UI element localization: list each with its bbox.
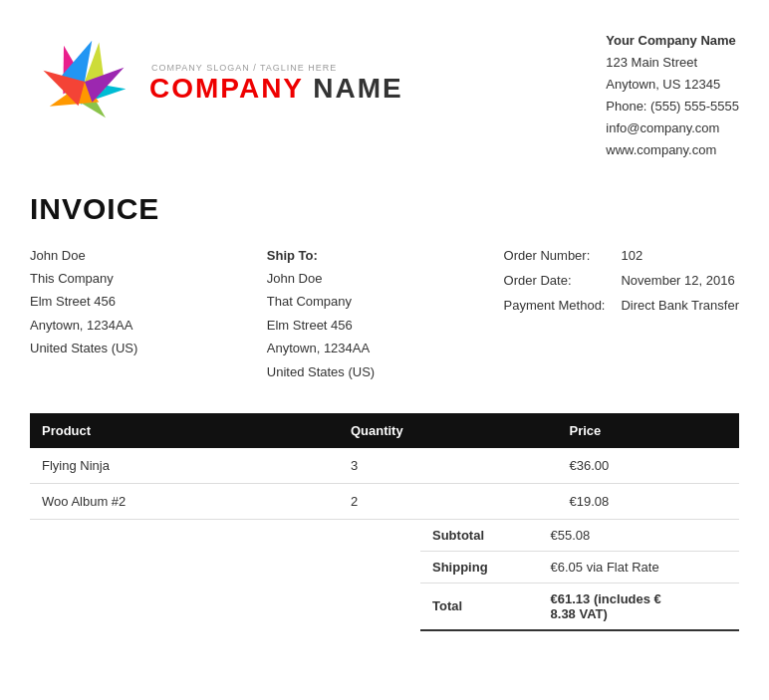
col-header-price: Price	[558, 413, 739, 448]
bill-to-line-5: United States (US)	[30, 337, 137, 359]
bill-to-line-4: Anytown, 1234AA	[30, 314, 137, 337]
subtotal-value: €55.08	[539, 520, 739, 552]
total-label: Total	[420, 583, 539, 630]
payment-method-value: Direct Bank Transfer	[621, 294, 739, 317]
company-name-name: NAME	[304, 73, 403, 104]
col-header-product: Product	[30, 413, 339, 448]
product-name: Flying Ninja	[30, 448, 339, 484]
total-row: Total €61.13 (includes €8.38 VAT)	[420, 583, 739, 630]
company-info-email: info@company.com	[606, 117, 739, 139]
table-header-row: Product Quantity Price	[30, 413, 739, 448]
totals-table: Subtotal €55.08 Shipping €6.05 via Flat …	[420, 520, 739, 631]
subtotal-row: Subtotal €55.08	[420, 520, 739, 552]
shipping-row: Shipping €6.05 via Flat Rate	[420, 551, 739, 583]
company-slogan: COMPANY SLOGAN / TAGLINE HERE	[151, 63, 403, 73]
col-header-quantity: Quantity	[339, 413, 558, 448]
invoice-header: COMPANY SLOGAN / TAGLINE HERE COMPANY NA…	[30, 30, 739, 162]
product-quantity: 3	[339, 448, 558, 484]
company-info: Your Company Name 123 Main Street Anytow…	[606, 30, 739, 162]
product-price: €19.08	[558, 483, 739, 519]
company-info-name: Your Company Name	[606, 30, 739, 52]
payment-method-label: Payment Method:	[504, 294, 606, 317]
table-row: Flying Ninja 3 €36.00	[30, 448, 739, 484]
bill-to: John Doe This Company Elm Street 456 Any…	[30, 244, 137, 383]
product-name: Woo Album #2	[30, 483, 339, 519]
ship-to-line-4: Anytown, 1234AA	[267, 337, 375, 359]
subtotal-label: Subtotal	[420, 520, 539, 552]
company-name-company: COMPANY	[149, 73, 304, 104]
company-info-phone: Phone: (555) 555-5555	[606, 96, 739, 117]
order-info-table: Order Number: 102 Order Date: November 1…	[504, 244, 739, 318]
ship-to-line-3: Elm Street 456	[267, 314, 375, 337]
ship-to-line-1: John Doe	[267, 267, 375, 290]
company-info-website: www.company.com	[606, 139, 739, 161]
company-name-text: COMPANY NAME	[149, 73, 403, 105]
details-section: John Doe This Company Elm Street 456 Any…	[30, 244, 739, 383]
ship-to-line-5: United States (US)	[267, 360, 375, 383]
order-number-label: Order Number:	[504, 244, 606, 267]
ship-to-line-2: That Company	[267, 290, 375, 313]
order-number-value: 102	[621, 244, 739, 267]
company-info-city: Anytown, US 12345	[606, 74, 739, 96]
totals-section: Subtotal €55.08 Shipping €6.05 via Flat …	[30, 520, 739, 631]
ship-to-label: Ship To:	[267, 244, 375, 267]
company-name-area: COMPANY SLOGAN / TAGLINE HERE COMPANY NA…	[149, 63, 403, 105]
company-info-address: 123 Main Street	[606, 52, 739, 74]
logo-area: COMPANY SLOGAN / TAGLINE HERE COMPANY NA…	[30, 30, 403, 134]
product-quantity: 2	[339, 483, 558, 519]
table-row: Woo Album #2 2 €19.08	[30, 483, 739, 519]
total-value: €61.13 (includes €8.38 VAT)	[539, 583, 739, 630]
ship-to: Ship To: John Doe That Company Elm Stree…	[267, 244, 375, 383]
product-price: €36.00	[558, 448, 739, 484]
company-logo	[30, 30, 139, 134]
order-date-label: Order Date:	[504, 269, 606, 292]
bill-to-line-2: This Company	[30, 267, 137, 290]
shipping-label: Shipping	[420, 551, 539, 583]
bill-to-line-1: John Doe	[30, 244, 137, 267]
order-date-value: November 12, 2016	[621, 269, 739, 292]
product-table: Product Quantity Price Flying Ninja 3 €3…	[30, 413, 739, 520]
shipping-value: €6.05 via Flat Rate	[539, 551, 739, 583]
invoice-title: INVOICE	[30, 192, 739, 226]
bill-to-line-3: Elm Street 456	[30, 290, 137, 313]
order-info: Order Number: 102 Order Date: November 1…	[504, 244, 739, 383]
